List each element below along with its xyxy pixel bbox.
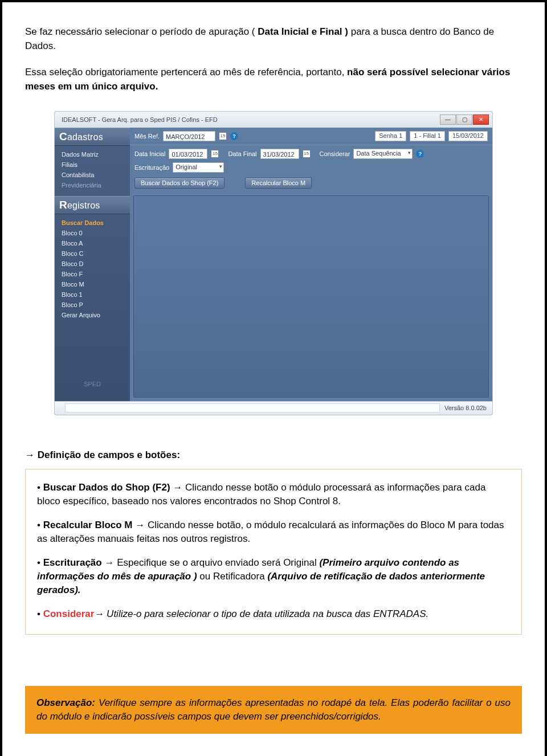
- definition-term: Escrituração: [43, 557, 102, 568]
- section-head-letter: C: [59, 130, 67, 142]
- intro-paragraph-1: Se faz necessário selecionar o período d…: [25, 25, 522, 53]
- text: Se faz necessário selecionar o período d…: [25, 26, 258, 37]
- definition-term: Buscar Dados do Shop (F2): [43, 482, 170, 493]
- sidebar: Cadastros Dados Matriz Filiais Contabili…: [55, 128, 130, 401]
- sidebar-item-gerar-arquivo[interactable]: Gerar Arquivo: [60, 310, 126, 320]
- help-icon[interactable]: ?: [230, 132, 238, 140]
- text: Essa seleção obrigatoriamente pertencerá…: [25, 67, 347, 77]
- header-row-2: Data Inicial 01/03/2012 15 Data Final 31…: [130, 145, 492, 162]
- header-row-1: Mês Ref. MARÇO/2012 15 ? Senha 1 1 - Fil…: [130, 128, 492, 145]
- data-final-input[interactable]: 31/03/2012: [260, 149, 299, 159]
- sidebar-item-filiais[interactable]: Filiais: [60, 160, 126, 170]
- data-inicial-label: Data Inicial: [134, 150, 165, 157]
- sidebar-item-bloco-0[interactable]: Bloco 0: [60, 228, 126, 238]
- sidebar-item-bloco-p[interactable]: Bloco P: [60, 300, 126, 310]
- app-window: IDEALSOFT - Gera Arq. para o Sped PIS / …: [54, 111, 493, 415]
- arrow-icon: →: [25, 449, 38, 460]
- definition-item: • Buscar Dados do Shop (F2) → Clicando n…: [37, 481, 510, 508]
- definitions-heading-text: Definição de campos e botões:: [38, 449, 180, 460]
- observation-lead: Observação:: [36, 697, 95, 708]
- sidebar-cadastros-items: Dados Matriz Filiais Contabilista Previd…: [55, 146, 130, 196]
- definition-text: → Especifique se o arquivo enviado será …: [102, 557, 320, 568]
- sidebar-registros-items: Buscar Dados Bloco 0 Bloco A Bloco C Blo…: [55, 214, 130, 326]
- definition-text-italic: → Utilize-o para selecionar o tipo de da…: [94, 608, 428, 619]
- escrituracao-select[interactable]: Original: [173, 162, 224, 173]
- considerar-label: Considerar: [320, 150, 350, 157]
- definitions-box: • Buscar Dados do Shop (F2) → Clicando n…: [25, 469, 522, 635]
- date-chip: 15/03/2012: [448, 131, 488, 141]
- senha-chip: Senha 1: [375, 131, 406, 141]
- sidebar-item-dados-matriz[interactable]: Dados Matriz: [60, 149, 126, 160]
- sidebar-item-bloco-d[interactable]: Bloco D: [60, 259, 126, 269]
- section-head-rest: adastros: [67, 132, 103, 142]
- app-body: Cadastros Dados Matriz Filiais Contabili…: [55, 128, 492, 401]
- data-inicial-input[interactable]: 01/03/2012: [169, 149, 207, 159]
- data-final-label: Data Final: [228, 150, 256, 157]
- definitions-heading: → Definição de campos e botões:: [25, 449, 522, 461]
- header-row-buttons: Buscar Dados do Shop (F2) Recalcular Blo…: [130, 176, 492, 192]
- content-area: [133, 195, 489, 398]
- sped-logo-text: SPED: [84, 381, 101, 387]
- sidebar-item-bloco-m[interactable]: Bloco M: [60, 279, 126, 289]
- sidebar-item-buscar-dados[interactable]: Buscar Dados: [60, 218, 126, 228]
- window-title: IDEALSOFT - Gera Arq. para o Sped PIS / …: [62, 116, 218, 123]
- status-field: [65, 403, 440, 412]
- help-icon[interactable]: ?: [416, 150, 424, 158]
- sidebar-item-bloco-a[interactable]: Bloco A: [60, 238, 126, 248]
- sidebar-item-bloco-1[interactable]: Bloco 1: [60, 289, 126, 300]
- observation-text: Verifique sempre as informações apresent…: [36, 697, 511, 722]
- definition-item: • Escrituração → Especifique se o arquiv…: [37, 556, 510, 597]
- maximize-button[interactable]: ▢: [456, 115, 472, 125]
- version-label: Versão 8.0.02b: [444, 404, 487, 411]
- sidebar-section-cadastros: Cadastros: [55, 128, 130, 146]
- calendar-icon[interactable]: 15: [211, 150, 219, 158]
- filial-chip: 1 - Filial 1: [410, 131, 445, 141]
- definition-text: ou Retificadora: [197, 571, 268, 582]
- text-bold: Data Inicial e Final ): [258, 26, 348, 37]
- mes-ref-value[interactable]: MARÇO/2012: [163, 131, 215, 141]
- sidebar-item-previdenciaria[interactable]: Previdenciária: [60, 180, 126, 190]
- document-page: Se faz necessário selecionar o período d…: [0, 0, 547, 756]
- sidebar-section-registros: Registros: [55, 196, 130, 214]
- mes-ref-label: Mês Ref.: [134, 133, 160, 140]
- section-head-rest: egistros: [67, 201, 100, 210]
- recalcular-bloco-m-button[interactable]: Recalcular Bloco M: [245, 177, 312, 189]
- calendar-icon[interactable]: 15: [303, 150, 311, 158]
- considerar-select[interactable]: Data Sequência: [353, 149, 413, 159]
- window-controls: — ▢ ✕: [440, 115, 489, 125]
- main-pane: Mês Ref. MARÇO/2012 15 ? Senha 1 1 - Fil…: [130, 128, 492, 401]
- titlebar: IDEALSOFT - Gera Arq. para o Sped PIS / …: [55, 112, 492, 128]
- buscar-dados-button[interactable]: Buscar Dados do Shop (F2): [134, 177, 224, 189]
- definition-term: Recalcular Bloco M: [43, 520, 133, 530]
- section-head-letter: R: [59, 199, 67, 211]
- minimize-button[interactable]: —: [440, 115, 456, 125]
- statusbar: Versão 8.0.02b: [55, 401, 492, 415]
- observation-box: Observação: Verifique sempre as informaç…: [25, 686, 522, 734]
- calendar-icon[interactable]: 15: [219, 132, 227, 140]
- intro-paragraph-2: Essa seleção obrigatoriamente pertencerá…: [25, 66, 522, 93]
- sidebar-item-contabilista[interactable]: Contabilista: [60, 170, 126, 180]
- sidebar-item-bloco-c[interactable]: Bloco C: [60, 248, 126, 259]
- escrituracao-label: Escrituração: [134, 164, 169, 171]
- definition-item: • Recalcular Bloco M → Clicando nesse bo…: [37, 518, 510, 546]
- close-button[interactable]: ✕: [473, 115, 489, 125]
- definition-item: • Considerar→ Utilize-o para selecionar …: [37, 607, 510, 621]
- sped-logo: SPED: [55, 367, 130, 401]
- header-row-3: Escrituração Original: [130, 162, 492, 176]
- header-info-group: Senha 1 1 - Filial 1 15/03/2012: [375, 131, 488, 141]
- definition-term-red: Considerar: [43, 608, 95, 619]
- sidebar-item-bloco-f[interactable]: Bloco F: [60, 269, 126, 279]
